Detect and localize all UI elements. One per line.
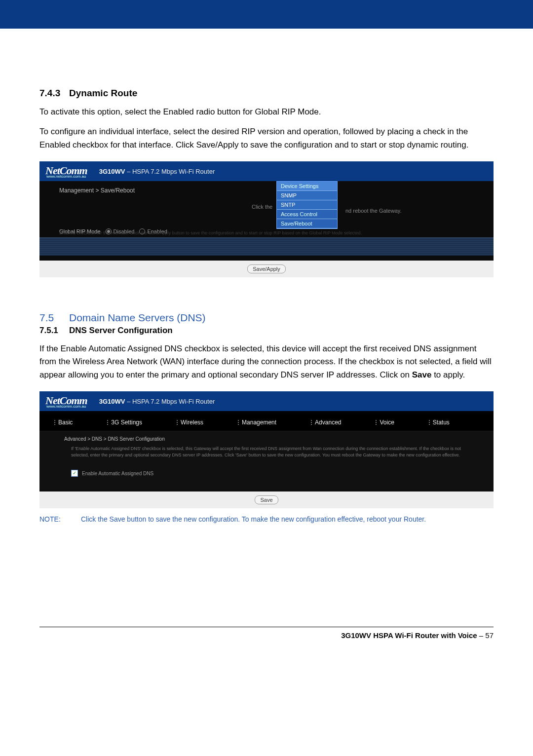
model-label: 3G10WV – HSPA 7.2 Mbps Wi-Fi Router xyxy=(99,398,215,405)
heading-number: 7.5.1 xyxy=(39,326,69,336)
heading-7-4-3: 7.4.3 Dynamic Route xyxy=(39,88,494,99)
checkbox-label: Enable Automatic Assigned DNS xyxy=(82,471,153,476)
save-apply-button[interactable]: Save/Apply xyxy=(247,265,286,273)
breadcrumb: Management > Save/Reboot xyxy=(59,187,480,194)
breadcrumb: Advanced > DNS > DNS Server Configuratio… xyxy=(64,436,474,442)
heading-title: Domain Name Servers (DNS) xyxy=(69,312,206,324)
menu-item-snmp[interactable]: SNMP xyxy=(277,191,337,200)
enable-auto-dns-row: ✓ Enable Automatic Assigned DNS xyxy=(71,470,474,477)
dropdown-menu-management[interactable]: Device Settings SNMP SNTP Access Control… xyxy=(276,181,338,229)
model-label: 3G10WV – HSPA 7.2 Mbps Wi-Fi Router xyxy=(99,168,215,175)
tab-basic[interactable]: Basic xyxy=(54,419,73,426)
body-text: To activate this option, select the Enab… xyxy=(39,106,494,118)
logo-url: www.netcomm.com.au xyxy=(46,404,87,409)
heading-7-5-1: 7.5.1 DNS Server Configuration xyxy=(39,326,494,336)
tab-wireless[interactable]: Wireless xyxy=(177,419,203,426)
main-nav-tabs: Basic 3G Settings Wireless Management Ad… xyxy=(39,411,494,431)
callout-text: Click the xyxy=(252,204,272,210)
save-emphasis: Save xyxy=(412,370,432,379)
menu-item-access-control[interactable]: Access Control xyxy=(277,210,337,219)
heading-number: 7.5 xyxy=(39,312,69,324)
panel-header: NetComm www.netcomm.com.au 3G10WV – HSPA… xyxy=(39,161,494,181)
menu-item-sntp[interactable]: SNTP xyxy=(277,200,337,210)
tab-status[interactable]: Status xyxy=(429,419,450,426)
note-label: NOTE: xyxy=(39,515,81,523)
heading-title: Dynamic Route xyxy=(69,88,137,99)
footer-page-number: – 57 xyxy=(477,631,494,640)
body-text: To configure an individual interface, se… xyxy=(39,125,494,151)
tab-advanced[interactable]: Advanced xyxy=(311,419,341,426)
footer-product: 3G10WV HSPA Wi-Fi Router with Voice xyxy=(341,631,477,640)
save-button[interactable]: Save xyxy=(255,495,278,504)
top-blue-bar xyxy=(0,0,533,29)
note-text: Click the Save button to save the new co… xyxy=(81,515,426,523)
screenshot-routing-rip: NetComm www.netcomm.com.au 3G10WV – HSPA… xyxy=(39,161,494,277)
logo-url: www.netcomm.com.au xyxy=(46,174,87,179)
body-text-part: to apply. xyxy=(431,370,465,379)
model-number: 3G10WV xyxy=(99,398,125,405)
model-desc: – HSPA 7.2 Mbps Wi-Fi Router xyxy=(125,168,215,175)
heading-title: DNS Server Configuration xyxy=(69,326,173,336)
obscured-table-area xyxy=(39,237,494,256)
menu-item-device-settings[interactable]: Device Settings xyxy=(277,182,337,191)
radio-dot-icon xyxy=(106,228,112,234)
screenshot-dns-config: NetComm www.netcomm.com.au 3G10WV – HSPA… xyxy=(39,391,494,508)
heading-7-5: 7.5 Domain Name Servers (DNS) xyxy=(39,312,494,324)
panel-body: Advanced > DNS > DNS Server Configuratio… xyxy=(39,431,494,491)
heading-number: 7.4.3 xyxy=(39,88,69,99)
footer-rule xyxy=(39,627,494,627)
model-desc: – HSPA 7.2 Mbps Wi-Fi Router xyxy=(125,398,215,405)
panel-footer: Save xyxy=(39,491,494,508)
callout-tail: nd reboot the Gateway. xyxy=(345,208,402,214)
checkbox-enable-auto-dns[interactable]: ✓ xyxy=(71,470,78,477)
panel-header: NetComm www.netcomm.com.au 3G10WV – HSPA… xyxy=(39,391,494,411)
tab-voice[interactable]: Voice xyxy=(376,419,394,426)
panel-description: If 'Enable Automatic Assigned DNS' check… xyxy=(71,446,474,458)
panel-body: Management > Save/Reboot Click the Devic… xyxy=(39,181,494,261)
dimmed-instruction-text: Enabled checkbox for the interface. Clic… xyxy=(59,230,480,235)
tab-management[interactable]: Management xyxy=(238,419,276,426)
tab-3g-settings[interactable]: 3G Settings xyxy=(107,419,142,426)
page-footer: 3G10WV HSPA Wi-Fi Router with Voice – 57 xyxy=(39,631,494,640)
model-number: 3G10WV xyxy=(99,168,125,175)
note-row: NOTE: Click the Save button to save the … xyxy=(39,515,494,523)
panel-footer: Save/Apply xyxy=(39,261,494,277)
body-text: If the Enable Automatic Assigned DNS che… xyxy=(39,342,494,381)
menu-item-save-reboot[interactable]: Save/Reboot xyxy=(277,219,337,228)
